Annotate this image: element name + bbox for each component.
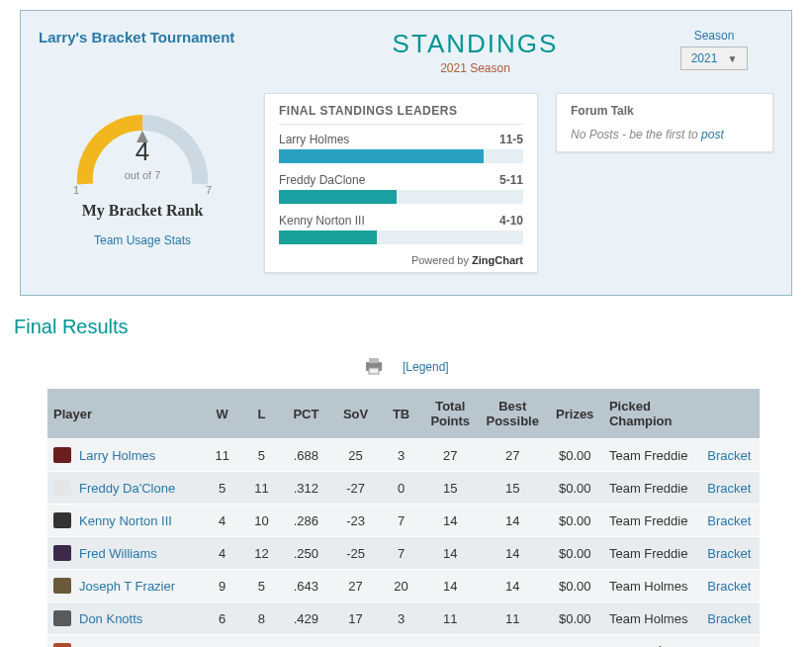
- cell-pct: .643: [281, 570, 330, 602]
- powered-by: Powered by ZingChart: [279, 254, 523, 266]
- cell-best: 14: [479, 537, 546, 570]
- header-pct[interactable]: PCT: [281, 389, 330, 439]
- bracket-link[interactable]: Bracket: [707, 448, 751, 463]
- table-row: Don Knotts68.4291731111$0.00Team HolmesB…: [47, 602, 760, 635]
- header-player[interactable]: Player: [47, 389, 203, 439]
- svg-rect-3: [369, 368, 379, 374]
- cell-best: 14: [479, 505, 546, 537]
- final-results-title: Final Results: [14, 316, 812, 338]
- standings-leaders-card: FINAL STANDINGS LEADERS Larry Holmes 11-…: [264, 93, 538, 273]
- print-icon[interactable]: [363, 356, 385, 379]
- bracket-link[interactable]: Bracket: [707, 644, 751, 648]
- table-row: Larry Holmes115.6882532727$0.00Team Fred…: [47, 439, 760, 472]
- table-row: Tex Cobb212.143-231422$0.00Team #5`OleBr…: [47, 635, 760, 648]
- final-results-table: Player W L PCT SoV TB Total Points Best …: [47, 389, 760, 647]
- cell-pct: .286: [281, 505, 330, 537]
- cell-pct: .312: [281, 472, 330, 505]
- avatar: [53, 447, 71, 463]
- cell-sov: 17: [331, 602, 381, 635]
- bracket-link[interactable]: Bracket: [707, 611, 751, 626]
- header-w[interactable]: W: [203, 389, 242, 439]
- leader-row-1: Larry Holmes 11-5: [279, 133, 523, 146]
- player-link[interactable]: Tex Cobb: [79, 644, 134, 648]
- cell-tb: 20: [381, 570, 422, 602]
- player-link[interactable]: Larry Holmes: [79, 448, 155, 463]
- rank-position: 4: [135, 137, 149, 167]
- player-link[interactable]: Joseph T Frazier: [79, 579, 175, 594]
- cell-sov: -27: [331, 472, 381, 505]
- cell-champ: Team #5`Ole: [603, 635, 701, 648]
- header-prizes[interactable]: Prizes: [546, 389, 603, 439]
- header-sov[interactable]: SoV: [331, 389, 381, 439]
- tournament-name-link[interactable]: Larry's Bracket Tournament: [39, 29, 296, 46]
- cell-l: 10: [242, 505, 282, 537]
- forum-post-link[interactable]: post: [701, 128, 724, 141]
- cell-l: 5: [242, 570, 282, 602]
- cell-pct: .688: [281, 439, 330, 472]
- cell-prizes: $0.00: [546, 537, 603, 570]
- cell-total: 11: [422, 602, 480, 635]
- season-selector-box: Season 2021 ▼: [655, 29, 773, 70]
- season-selected-value: 2021: [691, 51, 718, 65]
- leader-record: 5-11: [499, 173, 523, 187]
- cell-sov: -23: [331, 635, 381, 648]
- panel-header: Larry's Bracket Tournament STANDINGS 202…: [39, 29, 773, 75]
- cell-total: 15: [422, 472, 480, 505]
- avatar: [53, 578, 71, 594]
- leader-name: Larry Holmes: [279, 133, 349, 146]
- powered-brand[interactable]: ZingChart: [472, 254, 523, 266]
- cell-total: 14: [422, 537, 480, 570]
- forum-empty-message: No Posts - be the first to post: [571, 128, 759, 141]
- cell-best: 15: [479, 472, 546, 505]
- cell-prizes: $0.00: [546, 635, 603, 648]
- bracket-link[interactable]: Bracket: [707, 513, 751, 528]
- header-champ[interactable]: Picked Champion: [603, 389, 701, 439]
- cell-l: 11: [242, 472, 282, 505]
- cell-champ: Team Holmes: [603, 570, 701, 602]
- cell-w: 6: [203, 602, 242, 635]
- cell-champ: Team Holmes: [603, 602, 701, 635]
- avatar: [53, 480, 71, 496]
- standings-heading: STANDINGS 2021 Season: [296, 29, 655, 75]
- header-bracket: [701, 389, 760, 439]
- legend-row: [Legend]: [0, 356, 812, 379]
- cell-w: 5: [203, 472, 242, 505]
- cell-prizes: $0.00: [546, 505, 603, 537]
- chevron-down-icon: ▼: [727, 53, 737, 64]
- header-total[interactable]: Total Points: [422, 389, 480, 439]
- player-link[interactable]: Don Knotts: [79, 611, 142, 626]
- cell-total: 27: [422, 439, 480, 472]
- bracket-link[interactable]: Bracket: [707, 481, 751, 496]
- player-link[interactable]: Kenny Norton III: [79, 513, 172, 528]
- cell-w: 4: [203, 505, 242, 537]
- cell-sov: -23: [331, 505, 381, 537]
- player-link[interactable]: Freddy Da'Clone: [79, 481, 175, 496]
- panel-columns: 4 out of 7 1 7 My Bracket Rank Team Usag…: [39, 93, 773, 273]
- leader-record: 11-5: [499, 133, 523, 146]
- leader-bar-2: [279, 190, 523, 204]
- header-best[interactable]: Best Possible: [479, 389, 546, 439]
- rank-scale-max: 7: [206, 184, 212, 196]
- cell-l: 12: [242, 537, 282, 570]
- cell-prizes: $0.00: [546, 602, 603, 635]
- header-l[interactable]: L: [242, 389, 282, 439]
- table-row: Fred Williams412.250-2571414$0.00Team Fr…: [47, 537, 760, 570]
- bracket-link[interactable]: Bracket: [707, 546, 751, 561]
- forum-talk-card: Forum Talk No Posts - be the first to po…: [556, 93, 773, 152]
- season-select[interactable]: 2021 ▼: [680, 46, 749, 70]
- rank-label: My Bracket Rank: [82, 202, 204, 220]
- leaders-title: FINAL STANDINGS LEADERS: [279, 104, 523, 125]
- cell-prizes: $0.00: [546, 570, 603, 602]
- rank-out-of: out of 7: [125, 169, 161, 181]
- header-tb[interactable]: TB: [381, 389, 422, 439]
- avatar: [53, 643, 71, 647]
- cell-sov: -25: [331, 537, 381, 570]
- bracket-link[interactable]: Bracket: [707, 579, 751, 594]
- cell-total: 14: [422, 570, 480, 602]
- rank-gauge-column: 4 out of 7 1 7 My Bracket Rank Team Usag…: [39, 93, 246, 273]
- leader-name: Kenny Norton III: [279, 214, 365, 228]
- team-usage-stats-link[interactable]: Team Usage Stats: [94, 233, 191, 247]
- cell-champ: Team Freddie: [603, 472, 701, 505]
- legend-link[interactable]: [Legend]: [403, 360, 449, 374]
- player-link[interactable]: Fred Williams: [79, 546, 157, 561]
